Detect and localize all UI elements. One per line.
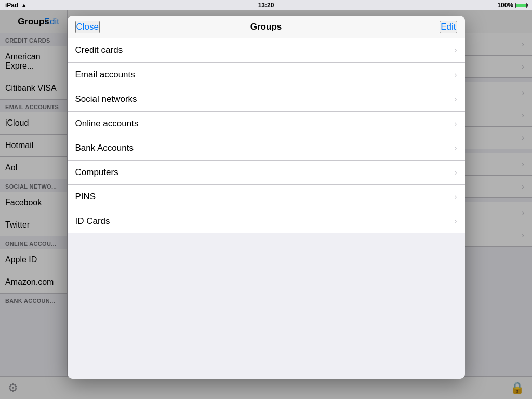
modal-list-item-online-accounts[interactable]: Online accounts › <box>68 112 465 136</box>
item-label: Computers <box>75 167 118 178</box>
modal-list-item-computers[interactable]: Computers › <box>68 161 465 185</box>
battery-percent-label: 100% <box>497 2 513 9</box>
chevron-right-icon: › <box>454 119 457 128</box>
battery-fill <box>516 4 526 7</box>
modal-title: Groups <box>250 22 282 32</box>
item-label: Bank Accounts <box>75 143 134 153</box>
modal-header: Close Groups Edit <box>68 16 465 38</box>
chevron-right-icon: › <box>454 192 457 202</box>
ipad-label: iPad <box>5 2 18 9</box>
item-label: PINS <box>75 192 96 202</box>
modal-list-item-social-networks[interactable]: Social networks › <box>68 87 465 112</box>
modal-empty-area <box>68 233 465 379</box>
modal-list-item-pins[interactable]: PINS › <box>68 185 465 209</box>
chevron-right-icon: › <box>454 168 457 177</box>
chevron-right-icon: › <box>454 46 457 55</box>
item-label: Email accounts <box>75 70 135 80</box>
chevron-right-icon: › <box>454 95 457 104</box>
item-label: ID Cards <box>75 216 110 227</box>
battery-icon <box>515 3 527 8</box>
item-label: Online accounts <box>75 118 139 129</box>
status-time: 13:20 <box>258 2 274 9</box>
modal-close-button[interactable]: Close <box>75 21 100 33</box>
modal-list: Credit cards › Email accounts › Social n… <box>68 38 465 233</box>
modal-edit-button[interactable]: Edit <box>440 21 457 33</box>
item-label: Social networks <box>75 94 137 104</box>
modal-list-item-credit-cards[interactable]: Credit cards › <box>68 38 465 63</box>
modal-list-item-bank-accounts[interactable]: Bank Accounts › <box>68 136 465 161</box>
item-label: Credit cards <box>75 45 123 56</box>
modal-list-item-id-cards[interactable]: ID Cards › <box>68 209 465 233</box>
status-bar: iPad ▲ 13:20 100% <box>0 0 532 10</box>
status-left: iPad ▲ <box>5 2 27 9</box>
groups-modal: Close Groups Edit Credit cards › Email a… <box>68 16 465 379</box>
modal-list-item-email-accounts[interactable]: Email accounts › <box>68 63 465 87</box>
modal-overlay: Close Groups Edit Credit cards › Email a… <box>0 10 532 399</box>
status-right: 100% <box>497 2 527 9</box>
chevron-right-icon: › <box>454 217 457 226</box>
chevron-right-icon: › <box>454 70 457 79</box>
wifi-icon: ▲ <box>21 2 27 9</box>
chevron-right-icon: › <box>454 143 457 153</box>
